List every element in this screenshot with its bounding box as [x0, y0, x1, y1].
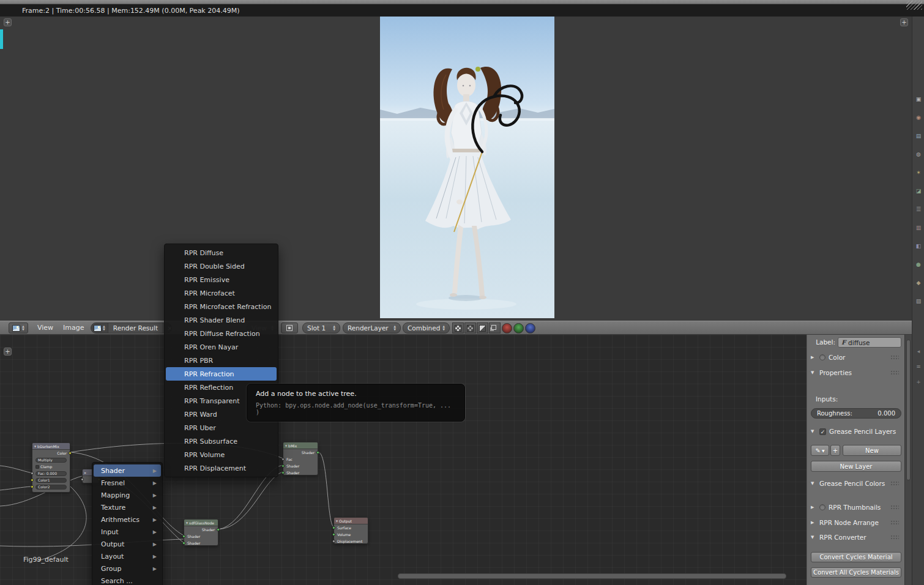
submenu-item[interactable]: RPR Diffuse — [165, 246, 278, 259]
editor-tab-icon[interactable]: ◆ — [914, 278, 923, 287]
submenu-item[interactable]: RPR Oren Nayar — [165, 340, 278, 354]
node-header[interactable]: ▼sdfGlassNode — [184, 520, 218, 526]
fac-slider[interactable]: Fac: 0.000 — [35, 471, 67, 476]
editor-tab-icon[interactable]: ◍ — [914, 150, 923, 158]
label-field[interactable]: F diffuse — [838, 337, 901, 348]
panel-color[interactable]: ▶ Color — [811, 354, 901, 361]
region-expand-icon[interactable]: + — [4, 348, 12, 356]
panel-grip-icon[interactable] — [890, 535, 899, 540]
editor-tab-icon[interactable]: ◂ — [914, 347, 923, 356]
input-socket[interactable] — [332, 526, 335, 529]
input-socket[interactable] — [31, 479, 34, 482]
render-pass-dropdown[interactable]: Combined ▲▼ — [403, 322, 450, 333]
region-expand-icon[interactable]: + — [900, 18, 908, 26]
slot-dropdown[interactable]: Slot 1 ▲▼ — [302, 322, 340, 333]
radio-icon[interactable] — [819, 354, 825, 360]
blue-channel-button[interactable] — [525, 323, 535, 333]
editor-tab-icon[interactable]: ▥ — [914, 223, 923, 232]
editor-tab-icon[interactable]: ◉ — [914, 113, 923, 122]
panel-grip-icon[interactable] — [890, 505, 899, 510]
editor-tab-icon[interactable]: + — [914, 378, 923, 386]
panel-grip-icon[interactable] — [890, 370, 899, 375]
node-header[interactable]: ▼bMix — [283, 442, 318, 449]
menu-item[interactable]: Arithmetics ▶ — [92, 513, 162, 526]
collapse-icon[interactable]: ▼ — [285, 444, 287, 447]
submenu-item[interactable]: RPR Diffuse Refraction — [165, 327, 278, 340]
image-datablock[interactable]: ▲▼ Render Result × — [91, 322, 172, 333]
collapse-icon[interactable]: ▶ — [84, 471, 86, 474]
input-socket[interactable] — [81, 478, 84, 481]
submenu-item[interactable]: RPR Microfacet — [165, 286, 278, 300]
chevron-right-icon[interactable]: ▶ — [811, 505, 816, 510]
convert-all-cycles-materials-button[interactable]: Convert All Cycles Materials — [811, 567, 901, 578]
input-socket[interactable] — [281, 471, 285, 474]
checkbox-checked-icon[interactable]: ✓ — [819, 428, 826, 435]
editor-tab-icon[interactable]: ◪ — [914, 187, 923, 195]
panel-rpr-node-arrange[interactable]: ▶ RPR Node Arrange — [811, 519, 901, 526]
color2-swatch[interactable]: Color2 — [35, 485, 67, 490]
editor-tab-icon[interactable]: ◧ — [914, 242, 923, 250]
view-menu[interactable]: View — [34, 322, 57, 333]
collapse-icon[interactable]: ▼ — [336, 520, 338, 523]
region-expand-icon[interactable]: + — [4, 18, 12, 26]
image-menu[interactable]: Image — [59, 322, 88, 333]
submenu-item[interactable]: RPR Volume — [165, 448, 278, 461]
output-socket[interactable] — [69, 452, 72, 455]
panel-grease-pencil-colors[interactable]: ▼ Grease Pencil Colors — [811, 480, 901, 487]
submenu-item[interactable]: RPR Shader Blend — [165, 313, 278, 327]
grease-pencil-draw-button[interactable]: ✎▼ — [811, 445, 829, 456]
green-channel-button[interactable] — [513, 323, 524, 333]
chevron-right-icon[interactable]: ▶ — [811, 355, 816, 360]
submenu-item[interactable]: RPR Subsurface — [165, 434, 278, 448]
frame-image-button[interactable] — [281, 322, 298, 333]
input-socket[interactable] — [281, 464, 285, 468]
menu-item[interactable]: Search ... — [92, 575, 162, 585]
menu-item[interactable]: Group ▶ — [92, 562, 162, 575]
panel-scrollbar-thumb[interactable] — [906, 340, 911, 480]
menu-item[interactable]: Texture ▶ — [92, 501, 162, 513]
red-channel-button[interactable] — [502, 323, 512, 333]
submenu-item[interactable]: RPR Microfacet Refraction — [165, 300, 278, 313]
alpha-toggle[interactable] — [464, 322, 476, 333]
node-header[interactable]: ▼bDarkenMix — [32, 443, 70, 450]
menu-item[interactable]: Input ▶ — [92, 526, 162, 538]
editor-tab-icon[interactable]: ▣ — [914, 95, 923, 103]
editor-tab-icon[interactable]: ✶ — [914, 168, 923, 177]
output-socket[interactable] — [316, 451, 319, 454]
copy-toggle[interactable] — [489, 322, 501, 333]
collapse-icon[interactable]: ▼ — [34, 445, 36, 448]
menu-item[interactable]: Shader ▶ — [94, 464, 161, 477]
color1-swatch[interactable]: Color1 — [35, 478, 67, 483]
mix-rgb-node[interactable]: ▼bDarkenMix Color Multiply Clamp Fac: 0.… — [32, 442, 70, 493]
chevron-down-icon[interactable]: ▼ — [811, 535, 816, 540]
glass-node[interactable]: ▼sdfGlassNode Shader Shader Shader — [184, 519, 218, 546]
color-alpha-toggle[interactable] — [452, 322, 464, 333]
add-button[interactable]: + — [830, 445, 840, 456]
editor-tab-icon[interactable]: ≡ — [914, 362, 923, 371]
editor-tab-icon[interactable]: ▤ — [914, 132, 923, 140]
submenu-item[interactable]: RPR Uber — [165, 421, 278, 434]
editor-tab-icon[interactable]: ☰ — [914, 205, 923, 214]
mix-shader-node[interactable]: ▼bMix Shader Fac Shader Shader — [283, 442, 318, 475]
clamp-checkbox[interactable] — [35, 465, 39, 469]
input-socket[interactable] — [31, 485, 34, 488]
submenu-item[interactable]: RPR Refraction — [166, 367, 277, 381]
chevron-right-icon[interactable]: ▶ — [811, 520, 816, 525]
window-resize-grip[interactable] — [906, 1, 922, 10]
input-socket[interactable] — [182, 535, 185, 538]
submenu-item[interactable]: RPR PBR — [165, 354, 278, 367]
submenu-item[interactable]: RPR Displacement — [165, 461, 278, 475]
output-node[interactable]: ▼Output Surface Volume Displacement — [333, 517, 368, 544]
panel-grip-icon[interactable] — [890, 355, 899, 360]
chevron-down-icon[interactable]: ▼ — [811, 429, 816, 434]
output-socket[interactable] — [217, 528, 220, 531]
render-layer-dropdown[interactable]: RenderLayer ▲▼ — [343, 322, 401, 333]
panel-scrollbar-track[interactable] — [904, 335, 912, 585]
new-button[interactable]: New — [843, 445, 901, 456]
editor-tab-icon[interactable]: ▨ — [914, 297, 923, 305]
node-header[interactable]: ▼Output — [334, 518, 368, 524]
horizontal-scrollbar[interactable] — [398, 573, 786, 579]
menu-item[interactable]: Layout ▶ — [92, 550, 162, 562]
input-socket[interactable] — [332, 533, 335, 536]
input-socket[interactable] — [281, 458, 285, 461]
